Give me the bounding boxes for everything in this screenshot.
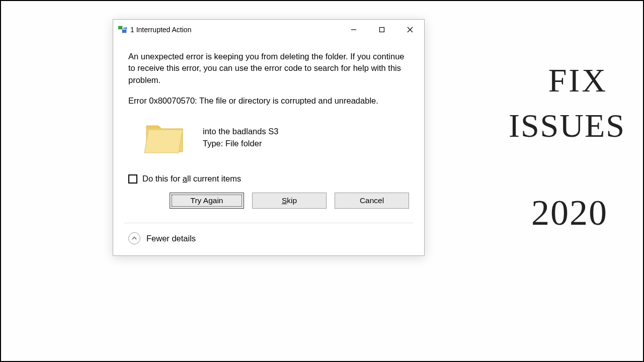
svg-rect-0	[118, 26, 122, 29]
details-toggle[interactable]: Fewer details	[113, 223, 424, 255]
item-info: into the badlands S3 Type: File folder	[203, 126, 278, 150]
window-title: 1 Interrupted Action	[130, 26, 340, 34]
checkbox-label: Do this for all current items	[142, 174, 241, 184]
transfer-icon	[118, 25, 127, 34]
minimize-button[interactable]	[340, 20, 368, 40]
maximize-button[interactable]	[368, 20, 396, 40]
titlebar[interactable]: 1 Interrupted Action	[113, 20, 424, 40]
chevron-up-icon	[128, 232, 140, 244]
folder-icon	[143, 119, 186, 157]
svg-rect-3	[380, 28, 384, 32]
error-message: An unexpected error is keeping you from …	[128, 51, 409, 86]
item-name: into the badlands S3	[203, 126, 278, 138]
item-type: Type: File folder	[203, 138, 278, 150]
window-controls	[340, 20, 424, 40]
svg-rect-1	[122, 30, 126, 33]
skip-button[interactable]: Skip	[252, 193, 327, 209]
checkbox-box-icon	[128, 174, 137, 184]
cancel-button[interactable]: Cancel	[335, 193, 409, 209]
annotation-text: FIX	[548, 61, 608, 100]
try-again-button[interactable]: Try Again	[170, 193, 244, 209]
annotation-text: 2020	[531, 192, 608, 234]
close-button[interactable]	[396, 20, 424, 40]
interrupted-action-dialog: 1 Interrupted Action An unexpected error…	[113, 19, 425, 256]
dialog-body: An unexpected error is keeping you from …	[113, 40, 424, 223]
item-row: into the badlands S3 Type: File folder	[128, 119, 409, 157]
annotation-text: ISSUES	[509, 107, 625, 145]
button-row: Try Again Skip Cancel	[128, 193, 409, 218]
details-toggle-label: Fewer details	[146, 234, 196, 243]
error-code-line: Error 0x80070570: The file or directory …	[128, 96, 409, 106]
do-for-all-checkbox[interactable]: Do this for all current items	[128, 174, 409, 184]
